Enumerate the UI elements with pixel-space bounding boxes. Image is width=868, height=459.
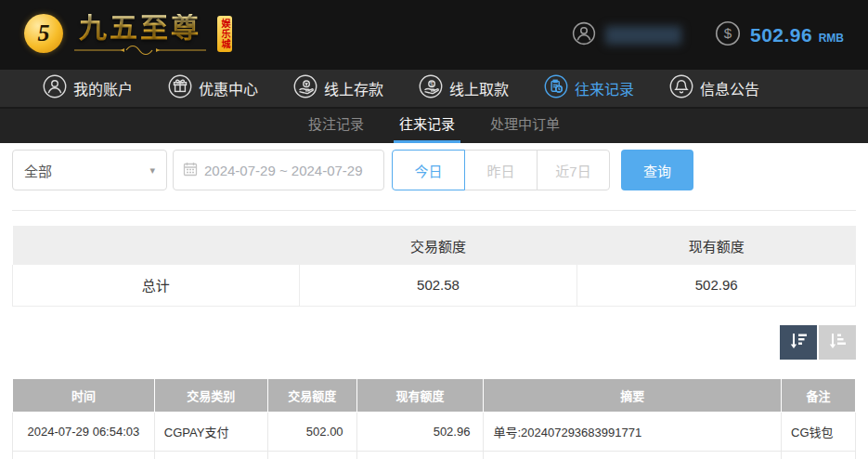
gift-icon [168,74,192,102]
quick-date-buttons: 今日 昨日 近7日 [392,150,610,190]
table-row-partial [13,451,856,459]
sort-descending-icon [788,331,809,354]
withdraw-icon: $ [419,74,443,102]
logo-title: 九五至尊 [79,14,201,42]
deposit-icon [293,74,317,102]
filter-row: 全部 ▾ 2024-07-29 ~ 2024-07-29 今日 昨日 近7日 查… [12,150,856,190]
user-area: $ 502.96 RMB [572,20,844,50]
today-button[interactable]: 今日 [392,150,465,190]
tab-betting-records[interactable]: 投注记录 [303,109,369,143]
main-nav: 我的账户 优惠中心 线上存款 $ [0,70,868,109]
logo-subtitle: 娱乐城 [217,16,232,52]
sort-ascending-button[interactable] [819,325,856,360]
balance-currency: RMB [819,32,844,45]
nav-item-withdraw[interactable]: $ 线上取款 [419,74,509,102]
date-range-input[interactable]: 2024-07-29 ~ 2024-07-29 [173,150,384,190]
summary-table: 交易额度 现有额度 总计 502.58 502.96 [12,226,856,307]
record-balance: 502.96 [356,412,484,451]
summary-total-row: 总计 502.58 502.96 [13,265,856,306]
site-logo[interactable]: 5 九五至尊 娱乐城 [24,14,232,56]
top-header: 5 九五至尊 娱乐城 $ 502.96 [0,0,868,70]
bell-icon [669,74,693,102]
summary-header-empty [13,226,300,265]
content-area: 全部 ▾ 2024-07-29 ~ 2024-07-29 今日 昨日 近7日 查… [0,150,868,459]
records-header-row: 时间 交易类别 交易额度 现有额度 摘要 备注 [13,378,856,412]
date-range-value: 2024-07-29 ~ 2024-07-29 [204,163,363,178]
nav-item-label: 信息公告 [700,77,759,99]
chevron-down-icon: ▾ [149,164,155,177]
nav-item-announcements[interactable]: 信息公告 [669,74,759,102]
records-header-summary: 摘要 [484,378,782,412]
nav-item-transaction-records[interactable]: 往来记录 [544,74,634,102]
tab-pending-orders[interactable]: 处理中订单 [485,109,565,143]
nav-item-label: 我的账户 [73,77,133,99]
sort-ascending-icon [827,331,848,354]
last7days-button[interactable]: 近7日 [537,150,610,190]
type-select-value: 全部 [24,161,52,180]
sort-descending-button[interactable] [780,325,817,360]
record-summary: 单号:202407293683991771 [484,412,782,451]
records-header-type: 交易类别 [154,378,267,412]
svg-text:$: $ [724,25,732,41]
nav-item-promotions[interactable]: 优惠中心 [168,74,258,102]
nav-item-deposit[interactable]: 线上存款 [293,74,383,102]
svg-text:$: $ [430,81,434,87]
summary-current-balance: 502.96 [577,265,856,306]
records-table: 时间 交易类别 交易额度 现有额度 摘要 备注 2024-07-29 06:54… [12,378,856,459]
records-header-amount: 交易额度 [267,378,356,412]
user-icon [43,74,67,102]
sort-controls [12,325,856,360]
summary-transaction-amount: 502.58 [299,265,577,306]
nav-item-label: 往来记录 [575,77,634,99]
tab-transaction-records[interactable]: 往来记录 [394,109,460,143]
type-select[interactable]: 全部 ▾ [12,150,167,190]
logo-flourish-ornament [71,45,210,56]
record-time: 2024-07-29 06:54:03 [13,412,155,451]
search-button[interactable]: 查询 [621,150,693,190]
nav-item-label: 优惠中心 [199,77,258,99]
section-divider [12,210,856,211]
record-type: CGPAY支付 [154,412,267,451]
user-avatar-icon[interactable] [572,21,596,49]
wallet-dollar-icon[interactable]: $ [715,20,741,50]
record-amount: 502.00 [267,412,356,451]
nav-item-label: 线上存款 [324,77,383,99]
records-header-time: 时间 [13,378,155,412]
summary-header-transaction-amount: 交易额度 [299,226,577,265]
summary-total-label: 总计 [13,265,300,306]
table-row: 2024-07-29 06:54:03 CGPAY支付 502.00 502.9… [13,412,856,451]
nav-item-label: 线上取款 [449,77,509,99]
records-icon [544,74,568,102]
summary-header-row: 交易额度 现有额度 [13,226,856,265]
records-header-balance: 现有额度 [356,378,484,412]
logo-badge-icon: 5 [24,14,63,53]
sub-tabs: 投注记录 往来记录 处理中订单 [0,109,868,143]
nav-item-my-account[interactable]: 我的账户 [43,74,133,102]
summary-header-current-balance: 现有额度 [577,226,856,265]
record-remark: CG钱包 [782,412,856,451]
username-redacted [605,26,681,45]
yesterday-button[interactable]: 昨日 [464,150,538,190]
calendar-icon [183,162,198,179]
balance-amount: 502.96 [750,24,812,46]
records-header-remark: 备注 [782,378,856,412]
